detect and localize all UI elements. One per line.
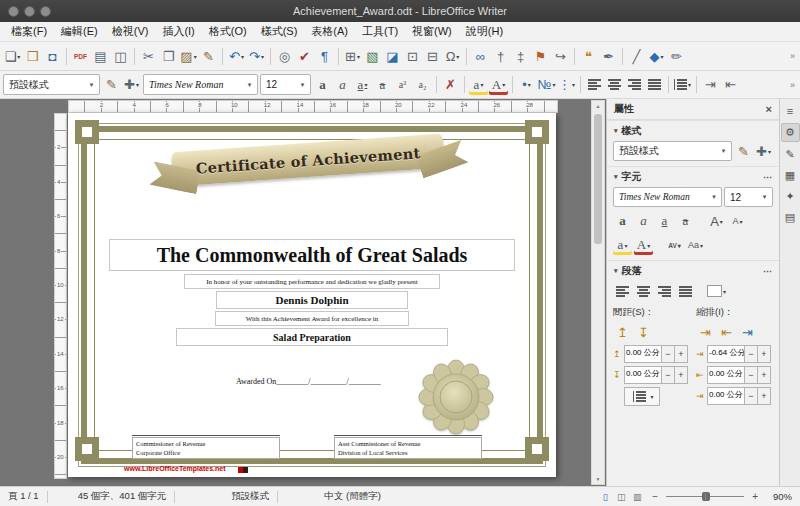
increment-icon[interactable]: + [758,387,771,405]
close-icon[interactable]: × [766,103,772,115]
save-icon[interactable]: ◘ [43,46,62,66]
multi-page-view-icon[interactable]: ◫ [614,490,628,504]
before-text-indent-input[interactable]: -0.64 公分 [707,345,745,363]
menu-window[interactable]: 視窗(W) [405,23,459,40]
menu-help[interactable]: 說明(H) [459,23,510,40]
after-text-indent-input[interactable]: 0.00 公分 [707,366,745,384]
decrease-indent-icon[interactable]: ⇤ [721,75,740,95]
insert-page-break-icon[interactable]: ⊟ [423,46,442,66]
menu-format[interactable]: 格式(O) [202,23,254,40]
paste-icon[interactable]: ▨▾ [179,46,198,66]
align-right-icon[interactable] [655,281,674,301]
decrement-icon[interactable]: − [745,387,758,405]
insert-footnote-icon[interactable]: † [491,46,510,66]
menu-file[interactable]: 檔案(F) [4,23,54,40]
menu-styles[interactable]: 樣式(S) [254,23,305,40]
new-style-icon[interactable]: ✚▾ [122,75,141,95]
increase-paragraph-spacing-icon[interactable]: ↥ [613,322,632,342]
below-paragraph-spacing-input[interactable]: 0.00 公分 [624,366,662,384]
strikethrough-icon[interactable]: a [373,75,392,95]
update-style-icon[interactable]: ✎ [102,75,121,95]
chevron-down-icon[interactable]: ▾ [244,81,255,89]
line-spacing-control[interactable]: ▾ [624,387,660,406]
insert-line-icon[interactable]: ╱ [627,46,646,66]
increment-icon[interactable]: + [675,366,688,384]
italic-icon[interactable]: a [333,75,352,95]
tab-styles-icon[interactable]: ✎ [782,146,799,163]
decrement-icon[interactable]: − [662,366,675,384]
insert-comment-icon[interactable]: ❝ [579,46,598,66]
basic-shapes-icon[interactable]: ◆▾ [647,46,666,66]
horizontal-ruler[interactable]: 246810121416182022242628 [68,100,558,113]
sidebar-settings-icon[interactable]: ≡ [782,102,799,119]
sidebar-font-name-combo[interactable]: Times New Roman ▾ [613,187,722,207]
decrease-indent-icon[interactable]: ⇤ [717,322,736,342]
menu-tools[interactable]: 工具(T) [355,23,405,40]
increment-icon[interactable]: + [758,345,771,363]
scroll-up-icon[interactable]: ▲ [596,101,601,111]
tab-page-icon[interactable]: ▤ [782,209,799,226]
zoom-in-icon[interactable]: + [752,491,758,502]
vertical-scrollbar[interactable]: ▲ ▼ [591,100,605,485]
switch-indent-icon[interactable]: ⇥ [738,322,757,342]
formatting-marks-icon[interactable]: ¶ [315,46,334,66]
window-maximize-button[interactable] [40,6,51,17]
more-options-icon[interactable]: ⋯ [763,172,772,182]
align-center-icon[interactable] [634,281,653,301]
align-center-icon[interactable] [605,75,624,95]
print-preview-icon[interactable]: ◫ [111,46,130,66]
decrement-icon[interactable]: − [745,366,758,384]
decrease-paragraph-spacing-icon[interactable]: ↧ [634,322,653,342]
expander-icon[interactable]: ▾ [614,173,618,181]
redo-icon[interactable]: ↷▾ [247,46,266,66]
align-left-icon[interactable] [613,281,632,301]
superscript-icon[interactable]: a² [393,75,412,95]
page-style-indicator[interactable]: 預設樣式 [231,490,269,503]
more-options-icon[interactable]: ⋯ [763,266,772,276]
align-left-icon[interactable] [585,75,604,95]
subscript-icon[interactable]: a₂ [413,75,432,95]
clone-formatting-icon[interactable]: ✎ [199,46,218,66]
single-page-view-icon[interactable]: ▯ [598,490,612,504]
sidebar-style-combo[interactable]: 預設樣式 ▾ [613,141,732,161]
menu-table[interactable]: 表格(A) [304,23,355,40]
chevron-down-icon[interactable]: ▾ [709,193,719,201]
character-spacing-icon[interactable]: AV▾ [665,235,684,255]
copy-icon[interactable]: ❐ [159,46,178,66]
print-icon[interactable]: ▤ [91,46,110,66]
chevron-down-icon[interactable]: ▾ [718,147,729,155]
insert-text-box-icon[interactable]: ⊡ [403,46,422,66]
decrement-icon[interactable]: − [662,345,675,363]
insert-cross-reference-icon[interactable]: ↪ [551,46,570,66]
tab-properties-icon[interactable]: ⚙ [781,123,800,142]
increment-icon[interactable]: + [675,345,688,363]
word-count[interactable]: 45 個字、401 個字元 [78,490,167,503]
decrement-icon[interactable]: − [745,345,758,363]
align-justify-icon[interactable] [676,281,695,301]
zoom-level[interactable]: 90% [766,491,792,502]
insert-symbol-icon[interactable]: Ω▾ [443,46,462,66]
document-canvas[interactable]: 246810121416182022242628 246810121416182… [0,99,606,486]
increase-indent-icon[interactable]: ⇥ [701,75,720,95]
insert-bookmark-icon[interactable]: ⚑ [531,46,550,66]
vertical-ruler[interactable]: 2468101214161820 [54,113,67,479]
strikethrough-icon[interactable]: a [676,211,695,231]
insert-chart-icon[interactable]: ◪ [383,46,402,66]
paragraph-style-combo[interactable]: 預設樣式 ▾ [3,74,100,95]
align-justify-icon[interactable] [645,75,664,95]
tab-gallery-icon[interactable]: ▦ [782,167,799,184]
find-and-replace-icon[interactable]: ◎ [275,46,294,66]
insert-image-icon[interactable]: ▧ [363,46,382,66]
show-draw-functions-icon[interactable]: ✏ [667,46,686,66]
page-indicator[interactable]: 頁 1 / 1 [8,490,39,503]
menu-insert[interactable]: 插入(I) [155,23,201,40]
underline-icon[interactable]: a▾ [353,75,372,95]
decrease-font-size-icon[interactable]: A▾ [728,211,747,231]
font-color-icon[interactable]: A▾ [634,235,653,255]
insert-endnote-icon[interactable]: ‡ [511,46,530,66]
track-changes-icon[interactable]: ✒ [599,46,618,66]
toolbar-overflow-icon[interactable]: » [790,80,797,90]
highlight-color-icon[interactable]: a▾ [469,75,488,95]
document-page[interactable]: Certificate of Achievement The Commonwea… [68,113,556,477]
spelling-icon[interactable]: ✔ [295,46,314,66]
